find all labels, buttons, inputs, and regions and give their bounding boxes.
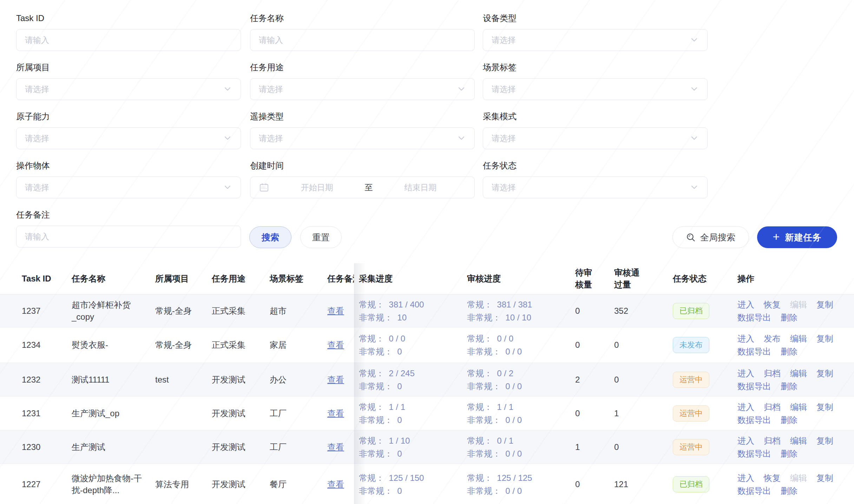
action-link[interactable]: 进入	[737, 298, 754, 310]
cell-pending: 0	[575, 339, 600, 351]
action-link[interactable]: 编辑	[790, 333, 807, 345]
cell-purpose: 开发测试	[212, 478, 266, 490]
action-link[interactable]: 恢复	[764, 472, 781, 484]
date-separator: 至	[363, 182, 375, 193]
table-row: 1237超市冷鲜柜补货_copy常规-全身正式采集超市查看常规： 381 / 4…	[0, 294, 854, 327]
action-link: 编辑	[790, 298, 807, 310]
action-link[interactable]: 发布	[764, 333, 781, 345]
action-link[interactable]: 编辑	[790, 401, 807, 413]
action-link[interactable]: 复制	[816, 401, 833, 413]
view-remark-link[interactable]: 查看	[327, 479, 344, 489]
filter-field-task-name: 任务名称请输入	[250, 13, 475, 51]
action-link[interactable]: 数据导出	[737, 414, 771, 426]
action-link[interactable]: 删除	[781, 346, 797, 358]
cell-remark: 查看	[327, 305, 354, 317]
filter-teleop-type-select[interactable]: 请选择	[250, 127, 475, 149]
filter-atomic-ability-select[interactable]: 请选择	[16, 127, 241, 149]
table-row: 1234熨烫衣服-常规-全身正式采集家居查看常规： 0 / 0非常规： 0常规：…	[0, 327, 854, 363]
view-remark-link[interactable]: 查看	[327, 409, 344, 418]
action-link[interactable]: 复制	[816, 472, 833, 484]
filter-label-scene-tag: 场景标签	[483, 62, 708, 72]
view-remark-link[interactable]: 查看	[327, 375, 344, 384]
action-link[interactable]: 数据导出	[737, 447, 771, 459]
column-header-purpose: 任务用途	[212, 273, 266, 285]
filter-field-purpose: 任务用途请选择	[250, 62, 475, 100]
chevron-down-icon	[689, 185, 699, 190]
column-header-pending: 待审核量	[575, 267, 600, 291]
filter-field-project: 所属项目请选择	[16, 62, 241, 100]
chevron-down-icon	[689, 37, 699, 43]
filter-label-task-id: Task ID	[16, 13, 241, 23]
action-link[interactable]: 数据导出	[737, 311, 771, 323]
filter-scene-tag-select[interactable]: 请选择	[483, 78, 708, 100]
action-link[interactable]: 编辑	[790, 367, 807, 379]
placeholder-text: 请选择	[259, 133, 283, 144]
start-date-placeholder[interactable]: 开始日期	[271, 182, 363, 193]
column-header-task-id: Task ID	[22, 273, 67, 285]
action-link[interactable]: 进入	[737, 401, 754, 413]
cell-review: 常规： 1 / 1非常规： 0 / 0	[467, 400, 572, 426]
cell-passed: 0	[614, 339, 642, 351]
placeholder-text: 请选择	[25, 84, 49, 95]
action-link[interactable]: 数据导出	[737, 346, 771, 358]
cell-task-id: 1230	[22, 441, 67, 453]
filter-collect-mode-select[interactable]: 请选择	[483, 127, 708, 149]
action-link[interactable]: 编辑	[790, 435, 807, 446]
chevron-down-icon	[456, 86, 467, 92]
cell-status: 运营中	[673, 405, 734, 422]
action-link[interactable]: 数据导出	[737, 380, 771, 392]
action-link[interactable]: 数据导出	[737, 485, 771, 497]
action-link[interactable]: 归档	[764, 367, 781, 379]
filter-create-time-daterange[interactable]: 开始日期至结束日期	[250, 177, 475, 198]
search-button[interactable]: 搜索	[249, 226, 291, 248]
action-link[interactable]: 删除	[781, 311, 797, 323]
action-link[interactable]: 删除	[781, 485, 797, 497]
view-remark-link[interactable]: 查看	[327, 340, 344, 350]
action-link[interactable]: 进入	[737, 333, 754, 345]
cell-pending: 0	[575, 305, 600, 317]
global-search-button[interactable]: 全局搜索	[672, 226, 749, 248]
action-link[interactable]: 恢复	[764, 298, 781, 310]
action-link[interactable]: 删除	[781, 414, 797, 426]
cell-name: 生产测试	[72, 441, 142, 453]
column-header-remark: 任务备注	[327, 273, 354, 285]
action-link[interactable]: 删除	[781, 380, 797, 392]
filter-field-scene-tag: 场景标签请选择	[483, 62, 708, 100]
cell-review: 常规： 0 / 0非常规： 0 / 0	[467, 332, 572, 358]
filter-field-task-id: Task ID请输入	[16, 13, 241, 51]
filter-task-name-input[interactable]: 请输入	[250, 29, 475, 51]
action-link[interactable]: 复制	[816, 435, 833, 446]
view-remark-link[interactable]: 查看	[327, 306, 344, 316]
new-task-button[interactable]: + 新建任务	[757, 226, 837, 248]
filter-field-task-remark: 任务备注请输入	[16, 210, 241, 247]
filter-device-type-select[interactable]: 请选择	[483, 29, 708, 51]
cell-scene: 餐厅	[270, 478, 322, 490]
filter-label-collect-mode: 采集模式	[483, 112, 708, 121]
filter-project-select[interactable]: 请选择	[16, 78, 241, 100]
task-table: Task ID任务名称所属项目任务用途场景标签任务备注采集进度审核进度待审核量审…	[0, 263, 854, 504]
column-header-scene: 场景标签	[270, 273, 322, 285]
filter-task-id-input[interactable]: 请输入	[16, 29, 241, 51]
action-link[interactable]: 进入	[737, 367, 754, 379]
filter-purpose-select[interactable]: 请选择	[250, 78, 475, 100]
action-link[interactable]: 复制	[816, 367, 833, 379]
cell-collect: 常规： 0 / 0非常规： 0	[359, 332, 464, 358]
action-link[interactable]: 复制	[816, 298, 833, 310]
cell-task-id: 1232	[22, 374, 67, 386]
action-link[interactable]: 归档	[764, 401, 781, 413]
table-row: 1231生产测试_op开发测试工厂查看常规： 1 / 1非常规： 0常规： 1 …	[0, 397, 854, 430]
action-link[interactable]: 进入	[737, 472, 754, 484]
action-link[interactable]: 删除	[781, 447, 797, 459]
filter-label-atomic-ability: 原子能力	[16, 112, 241, 121]
filter-task-status-select[interactable]: 请选择	[483, 177, 708, 198]
action-link[interactable]: 归档	[764, 435, 781, 446]
action-link[interactable]: 进入	[737, 435, 754, 446]
column-header-status: 任务状态	[673, 273, 734, 285]
action-link[interactable]: 复制	[816, 333, 833, 345]
filter-label-task-remark: 任务备注	[16, 210, 241, 220]
filter-object-select[interactable]: 请选择	[16, 177, 241, 198]
filter-task-remark-input[interactable]: 请输入	[16, 226, 241, 247]
end-date-placeholder[interactable]: 结束日期	[375, 182, 466, 193]
view-remark-link[interactable]: 查看	[327, 442, 344, 452]
reset-button[interactable]: 重置	[300, 226, 342, 248]
